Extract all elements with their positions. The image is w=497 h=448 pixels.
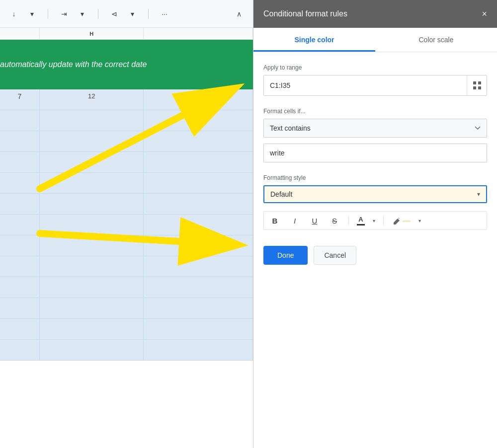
- cal-cell-3b: [40, 131, 144, 151]
- cal-cell-12c: [144, 319, 253, 339]
- fill-color-icon: [392, 216, 402, 225]
- fill-color-bar: [403, 221, 411, 222]
- cal-cell-10a: [0, 277, 40, 298]
- condition-select[interactable]: Text contains: [263, 119, 487, 138]
- cal-cell-4c: [144, 152, 253, 172]
- toolbar-btn-collapse[interactable]: ∧: [231, 6, 247, 22]
- cal-row-2: [0, 110, 253, 131]
- cal-cell-13b: [40, 340, 144, 360]
- cal-cell-9b: [40, 256, 144, 277]
- cal-cell-10b: [40, 277, 144, 298]
- toolbar-btn-3[interactable]: ⇥: [56, 6, 72, 22]
- range-input[interactable]: [264, 76, 467, 94]
- cancel-button[interactable]: Cancel: [314, 246, 356, 265]
- underline-button[interactable]: U: [309, 215, 321, 226]
- cal-cell-2b: [40, 110, 144, 131]
- cal-row-1: 7 12 SATURDAY: [0, 89, 253, 110]
- toolbar-group-3: ⊲ ▾: [106, 6, 140, 22]
- cal-number: 7: [0, 89, 40, 110]
- fmt-sep-2: [383, 216, 384, 225]
- cal-cell-12b: [40, 319, 144, 339]
- grid-icon[interactable]: [467, 75, 487, 95]
- tab-color-scale[interactable]: Color scale: [375, 28, 497, 52]
- font-color-button[interactable]: A: [357, 216, 365, 225]
- style-select-arrow-icon: ▾: [477, 191, 480, 198]
- cal-cell-13a: [0, 340, 40, 360]
- toolbar-btn-4[interactable]: ▾: [74, 6, 90, 22]
- toolbar-btn-6[interactable]: ▾: [124, 6, 140, 22]
- toolbar: ↓ ▾ ⇥ ▾ ⊲ ▾ ··· ∧: [0, 0, 253, 28]
- svg-rect-5: [473, 86, 476, 89]
- svg-rect-6: [478, 86, 481, 89]
- col-header-H: H: [40, 28, 144, 39]
- cal-cell-2c: [144, 110, 253, 131]
- cal-cell-2a: [0, 110, 40, 131]
- style-select-row[interactable]: Default ▾: [263, 185, 487, 203]
- svg-rect-4: [478, 81, 481, 84]
- range-input-row: [263, 75, 487, 96]
- cal-cell-6b: [40, 194, 144, 214]
- cal-cell-4a: [0, 152, 40, 172]
- cal-row-8: [0, 235, 253, 256]
- cal-row-12: [0, 319, 253, 340]
- panel-title: Conditional format rules: [263, 9, 347, 18]
- cal-cell-3c: [144, 131, 253, 151]
- cal-cell-10c: [144, 277, 253, 298]
- toolbar-sep-3: [148, 9, 149, 19]
- cal-cell-8c: [144, 235, 253, 256]
- toolbar-btn-1[interactable]: ↓: [6, 6, 22, 22]
- fill-color-dropdown-icon[interactable]: ▾: [418, 218, 421, 224]
- strikethrough-button[interactable]: S: [329, 215, 340, 226]
- action-buttons: Done Cancel: [263, 246, 487, 269]
- value-input[interactable]: [263, 144, 487, 162]
- toolbar-sep-2: [98, 9, 98, 19]
- cal-cell-5c: [144, 173, 253, 193]
- toolbar-btn-more[interactable]: ···: [157, 6, 172, 22]
- tabs: Single color Color scale: [253, 28, 497, 52]
- rules-panel: Conditional format rules × Single color …: [253, 0, 497, 448]
- italic-button[interactable]: I: [289, 215, 301, 226]
- cal-row-7: [0, 215, 253, 235]
- panel-body: Apply to range Format cells if... Text c…: [253, 52, 497, 448]
- cal-row-9: [0, 256, 253, 277]
- toolbar-btn-2[interactable]: ▾: [24, 6, 40, 22]
- tab-single-color[interactable]: Single color: [253, 28, 375, 52]
- cal-cell-12a: [0, 319, 40, 339]
- cal-cell-6a: [0, 194, 40, 214]
- cal-cell-8b: [40, 235, 144, 256]
- font-color-dropdown-icon[interactable]: ▾: [373, 218, 375, 224]
- cal-cell-7c: [144, 215, 253, 235]
- cal-row-13: [0, 340, 253, 361]
- toolbar-group-1: ↓ ▾: [6, 6, 40, 22]
- cal-cell-9c: [144, 256, 253, 277]
- toolbar-btn-5[interactable]: ⊲: [106, 6, 122, 22]
- column-headers: H: [0, 28, 253, 40]
- cal-cell-11b: [40, 298, 144, 318]
- bold-button[interactable]: B: [269, 215, 281, 226]
- cal-row-10: [0, 277, 253, 298]
- format-cells-label: Format cells if...: [263, 108, 487, 115]
- done-button[interactable]: Done: [263, 246, 308, 265]
- cal-cell-5b: [40, 173, 144, 193]
- style-select-value: Default: [270, 190, 477, 198]
- cal-cell-11c: [144, 298, 253, 318]
- cal-cell-4b: [40, 152, 144, 172]
- panel-header: Conditional format rules ×: [253, 0, 497, 28]
- cal-cell-7b: [40, 215, 144, 235]
- apply-to-range-label: Apply to range: [263, 64, 487, 71]
- svg-rect-3: [473, 81, 476, 84]
- cal-row-6: [0, 194, 253, 215]
- cal-cell-3a: [0, 131, 40, 151]
- banner-text: automatically update with the correct da…: [0, 60, 147, 69]
- cal-cell-9a: [0, 256, 40, 277]
- col-header-I: [144, 28, 253, 39]
- fill-color-button[interactable]: [392, 216, 411, 225]
- cal-row-4: [0, 152, 253, 173]
- font-color-label: A: [358, 216, 363, 223]
- cal-cell-13c: [144, 340, 253, 360]
- format-toolbar: B I U S A ▾ ▾: [263, 211, 487, 230]
- close-button[interactable]: ×: [482, 9, 487, 19]
- spreadsheet-panel: ↓ ▾ ⇥ ▾ ⊲ ▾ ··· ∧ H automatically update…: [0, 0, 253, 448]
- green-banner: automatically update with the correct da…: [0, 40, 253, 89]
- font-color-bar: [357, 224, 365, 225]
